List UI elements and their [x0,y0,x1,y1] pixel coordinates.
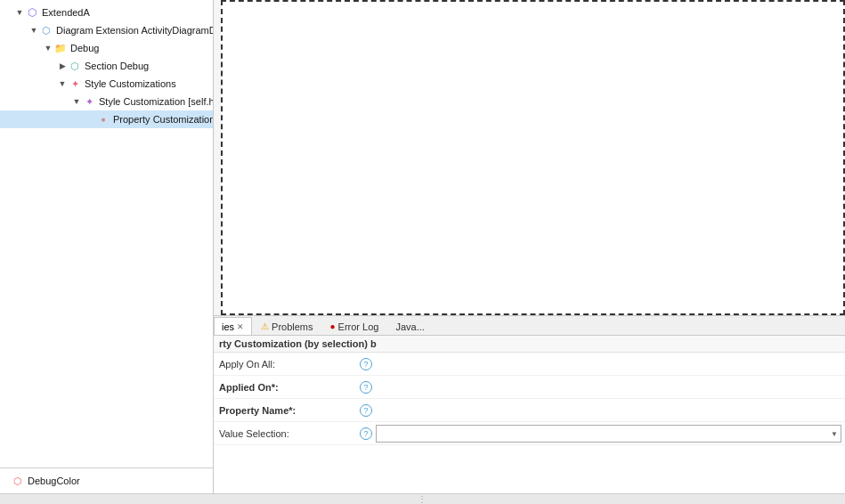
label-debug-color: DebugColor [28,473,80,489]
right-panel: ies ✕ ⚠ Problems ● Error Log Java... rty… [214,0,845,493]
tab-problems[interactable]: ⚠ Problems [253,317,321,335]
tab-error-log[interactable]: ● Error Log [322,317,387,335]
label-section-debug: Section Debug [85,58,149,74]
prop-row-apply-on-all: Apply On All: ? [214,353,845,376]
dashed-box [221,0,845,315]
error-icon: ● [330,321,336,331]
prop-row-property-name: Property Name*: ? [214,399,845,422]
value-selection-dropdown-wrapper [376,425,841,443]
label-debug: Debug [70,40,99,56]
properties-title: rty Customization (by selection) b [219,338,377,349]
style2-icon: ✦ [82,94,96,109]
folder-icon: 📁 [53,41,68,55]
prop-row-value-selection: Value Selection: ? [214,422,845,445]
value-selection-help-icon[interactable]: ? [360,427,372,440]
tree-item-section-debug[interactable]: ▶ ⬡ Section Debug [0,57,213,75]
tree-area: ▼ ⬡ ExtendedA ▼ ⬡ Diagram Extension Acti… [0,0,213,467]
tree-item-extended-a[interactable]: ▼ ⬡ ExtendedA [0,4,213,21]
toggle-style-cust[interactable]: ▼ [57,78,68,89]
tab-problems-label: Problems [272,321,313,332]
tree-item-debug[interactable]: ▼ 📁 Debug [0,39,213,57]
applied-on-text: Applied On*: [219,382,279,393]
properties-header: rty Customization (by selection) b [214,336,845,353]
apply-on-all-help-icon[interactable]: ? [360,358,372,370]
value-selection-value: ? [356,423,845,444]
property-name-text: Property Name*: [219,405,296,416]
prop-row-applied-on: Applied On*: ? [214,376,845,399]
apply-on-all-text: Apply On All: [219,359,275,370]
label-diagram-ext: Diagram Extension ActivityDiagramDebug [56,22,213,38]
tree-item-style-customizations[interactable]: ▼ ✦ Style Customizations [0,75,213,93]
tree-item-debug-color[interactable]: ⬡ DebugColor [0,472,213,490]
toggle-debug-color [0,476,11,486]
scrollbar-dots: ⋮ [418,494,428,504]
class-icon: ⬡ [25,5,39,20]
property-name-value: ? [356,402,845,419]
tab-properties-label: ies [222,321,234,332]
tree-item-diagram-ext[interactable]: ▼ ⬡ Diagram Extension ActivityDiagramDeb… [0,21,213,39]
label-style-cust-self: Style Customization [self.hasChanged/] [99,93,213,110]
toggle-prop-cust [85,114,96,125]
label-style-cust: Style Customizations [85,76,176,92]
tab-java-label: Java... [395,321,424,332]
toggle-section-debug[interactable]: ▶ [57,61,68,71]
tree-item-style-cust-self[interactable]: ▼ ✦ Style Customization [self.hasChanged… [0,93,213,110]
value-selection-label: Value Selection: [214,425,356,443]
applied-on-value: ? [356,379,845,395]
tab-java[interactable]: Java... [387,317,432,335]
tabs-bar: ies ✕ ⚠ Problems ● Error Log Java... [214,316,845,336]
label-extended-a: ExtendedA [42,4,90,20]
toggle-diagram-ext[interactable]: ▼ [28,25,39,36]
left-panel: ▼ ⬡ ExtendedA ▼ ⬡ Diagram Extension Acti… [0,0,214,493]
applied-on-help-icon[interactable]: ? [360,381,372,394]
tab-close-icon[interactable]: ✕ [237,322,244,331]
property-name-label: Property Name*: [214,402,356,419]
applied-on-label: Applied On*: [214,378,356,396]
problems-icon: ⚠ [261,321,269,331]
scrollbar-area: ⋮ [0,493,845,504]
prop-icon: ▪ [96,112,110,126]
label-prop-cust-border: Property Customization (by selection) bo… [113,111,213,127]
toggle-style-self[interactable]: ▼ [71,96,82,107]
value-selection-dropdown[interactable] [376,425,841,443]
style-icon: ✦ [68,77,82,91]
value-selection-text: Value Selection: [219,428,289,439]
tree-item-prop-cust-border[interactable]: ▪ Property Customization (by selection) … [0,110,213,128]
apply-on-all-value: ? [356,356,845,372]
editor-canvas[interactable] [214,0,845,315]
toggle-extended-a[interactable]: ▼ [14,7,25,18]
tab-error-label: Error Log [338,321,379,332]
debugcolor-icon: ⬡ [11,474,25,488]
tab-properties[interactable]: ies ✕ [214,317,252,335]
property-name-help-icon[interactable]: ? [360,404,372,417]
apply-on-all-label: Apply On All: [214,355,356,373]
bottom-panel: ies ✕ ⚠ Problems ● Error Log Java... rty… [214,315,845,493]
toggle-debug[interactable]: ▼ [43,43,53,53]
diagram-icon: ⬡ [39,23,53,37]
section-icon: ⬡ [68,59,82,73]
properties-table: Apply On All: ? Applied On*: ? [214,353,845,493]
bottom-tree-area: ⬡ DebugColor [0,467,213,493]
main-container: ▼ ⬡ ExtendedA ▼ ⬡ Diagram Extension Acti… [0,0,845,493]
